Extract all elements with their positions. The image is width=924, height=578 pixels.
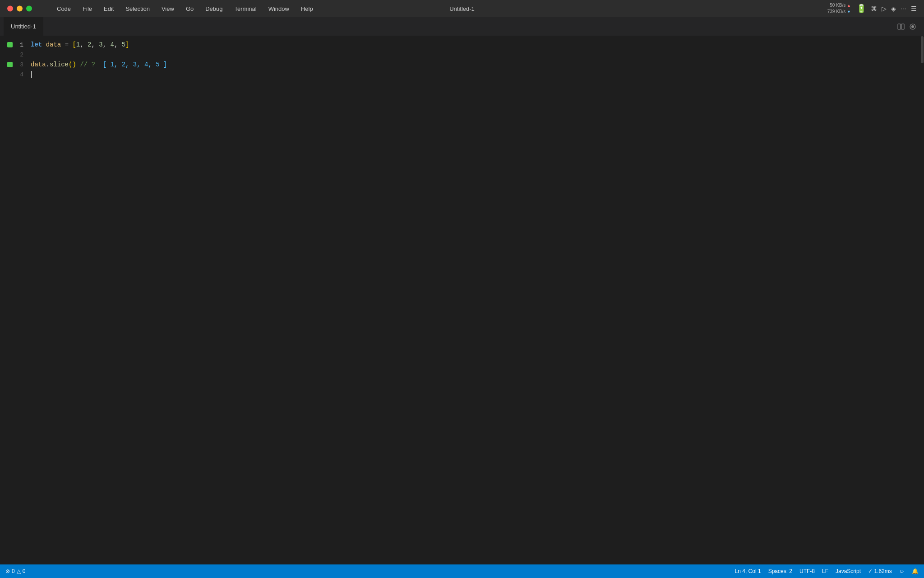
breakpoint-1[interactable] bbox=[7, 42, 13, 47]
network-speed: 50 KB/s ▲ 739 KB/s ▼ bbox=[827, 2, 851, 14]
menu-code[interactable]: Code bbox=[55, 5, 73, 13]
warning-number: 0 bbox=[23, 568, 26, 574]
unpublished-changes-icon[interactable] bbox=[909, 23, 917, 31]
text-cursor bbox=[31, 71, 32, 78]
code-line-1: let data = [1, 2, 3, 4, 5] bbox=[31, 40, 893, 50]
notification-bell-icon[interactable]: 🔔 bbox=[912, 568, 919, 574]
menu-go[interactable]: Go bbox=[184, 5, 195, 13]
titlebar: Code File Edit Selection View Go Debug T… bbox=[0, 0, 924, 17]
minimize-button[interactable] bbox=[17, 6, 23, 12]
download-speed: 739 KB/s ▼ bbox=[827, 9, 851, 15]
play-icon: ▷ bbox=[882, 5, 887, 12]
more-icon[interactable]: ··· bbox=[901, 5, 906, 12]
line-number-2: 2 bbox=[15, 51, 23, 58]
status-bar: ⊗ 0 △ 0 Ln 4, Col 1 Spaces: 2 UTF-8 LF J… bbox=[0, 564, 924, 578]
menu-view[interactable]: View bbox=[160, 5, 176, 13]
list-icon[interactable]: ☰ bbox=[911, 5, 917, 12]
keyword-let: let bbox=[31, 41, 42, 48]
menu-help[interactable]: Help bbox=[299, 5, 315, 13]
menu-window[interactable]: Window bbox=[267, 5, 291, 13]
tab-bar: Untitled-1 bbox=[0, 17, 924, 36]
comment-text: // ? bbox=[80, 61, 95, 68]
gutter-row-3: 3 bbox=[7, 60, 23, 70]
line-number-1: 1 bbox=[15, 42, 23, 48]
traffic-lights bbox=[7, 6, 32, 12]
line-number-3: 3 bbox=[15, 61, 23, 68]
menu-apple[interactable] bbox=[43, 8, 47, 9]
object-data: data bbox=[31, 61, 46, 68]
bracket-open: [ bbox=[72, 41, 76, 48]
code-content[interactable]: let data = [1, 2, 3, 4, 5] data.slice() … bbox=[27, 36, 893, 564]
battery-icon: 🔋 bbox=[856, 4, 866, 14]
language-mode[interactable]: JavaScript bbox=[836, 568, 861, 574]
menu-edit[interactable]: Edit bbox=[102, 5, 116, 13]
upload-speed: 50 KB/s ▲ bbox=[827, 2, 851, 9]
window-title: Untitled-1 bbox=[449, 5, 475, 12]
code-line-4 bbox=[31, 70, 893, 79]
file-encoding[interactable]: UTF-8 bbox=[799, 568, 815, 574]
profile-icon: ◈ bbox=[891, 5, 896, 12]
line-number-4: 4 bbox=[15, 71, 23, 78]
gutter-row-2: 2 bbox=[7, 50, 23, 60]
smiley-icon[interactable]: ☺ bbox=[899, 568, 905, 574]
editor-gutter: 1 2 3 4 bbox=[0, 36, 27, 564]
menu-selection[interactable]: Selection bbox=[124, 5, 151, 13]
menu-debug[interactable]: Debug bbox=[203, 5, 224, 13]
menu-file[interactable]: File bbox=[81, 5, 94, 13]
svg-rect-1 bbox=[901, 24, 904, 29]
svg-rect-0 bbox=[898, 24, 901, 29]
error-icon: ⊗ bbox=[5, 568, 10, 574]
editor-tab[interactable]: Untitled-1 bbox=[4, 17, 44, 36]
scrollbar-thumb[interactable] bbox=[921, 36, 924, 63]
error-number: 0 bbox=[12, 568, 15, 574]
system-status-icons: 🔋 ⌘ ▷ ◈ ··· ☰ bbox=[856, 4, 917, 14]
status-left: ⊗ 0 △ 0 bbox=[5, 568, 25, 574]
code-line-2 bbox=[31, 50, 893, 60]
wifi-icon: ⌘ bbox=[871, 5, 877, 12]
cursor-position[interactable]: Ln 4, Col 1 bbox=[735, 568, 761, 574]
split-editor-icon[interactable] bbox=[897, 23, 905, 31]
warning-icon: △ bbox=[17, 568, 21, 574]
gutter-row-1: 1 bbox=[7, 40, 23, 50]
menu-terminal[interactable]: Terminal bbox=[233, 5, 259, 13]
minimap bbox=[893, 36, 920, 564]
breakpoint-3[interactable] bbox=[7, 62, 13, 67]
status-right: Ln 4, Col 1 Spaces: 2 UTF-8 LF JavaScrip… bbox=[735, 568, 919, 574]
line-ending[interactable]: LF bbox=[822, 568, 828, 574]
variable-data: data bbox=[46, 41, 61, 48]
code-line-3: data.slice() // ? [ 1, 2, 3, 4, 5 ] bbox=[31, 60, 893, 70]
close-button[interactable] bbox=[7, 6, 13, 12]
tab-label: Untitled-1 bbox=[11, 23, 36, 30]
gutter-row-4: 4 bbox=[7, 70, 23, 79]
error-count[interactable]: ⊗ 0 △ 0 bbox=[5, 568, 25, 574]
menu-bar: Code File Edit Selection View Go Debug T… bbox=[43, 5, 315, 13]
tab-actions bbox=[897, 23, 920, 31]
editor-area: 1 2 3 4 let data = [1, 2, 3, 4, 5] data.… bbox=[0, 36, 924, 564]
quokka-timing[interactable]: ✓ 1.62ms bbox=[868, 568, 892, 574]
bracket-close: ] bbox=[125, 41, 129, 48]
svg-point-3 bbox=[911, 25, 914, 28]
vertical-scrollbar[interactable] bbox=[920, 36, 924, 564]
quokka-result: [ 1, 2, 3, 4, 5 ] bbox=[95, 61, 167, 68]
titlebar-right: 50 KB/s ▲ 739 KB/s ▼ 🔋 ⌘ ▷ ◈ ··· ☰ bbox=[827, 2, 917, 14]
maximize-button[interactable] bbox=[26, 6, 32, 12]
method-slice: slice bbox=[50, 61, 69, 68]
indentation[interactable]: Spaces: 2 bbox=[768, 568, 792, 574]
